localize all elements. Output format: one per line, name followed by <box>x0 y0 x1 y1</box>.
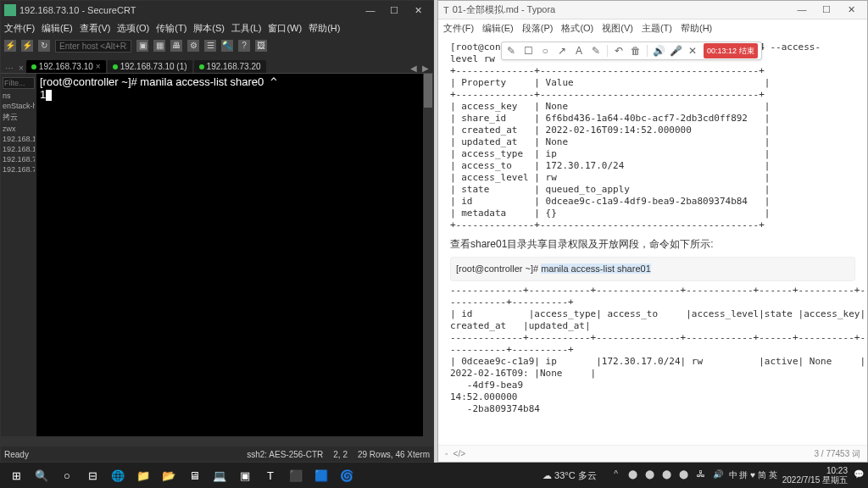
tb-icon-5[interactable]: ☰ <box>204 40 216 52</box>
cortana-button[interactable]: ○ <box>54 464 80 486</box>
menu-window[interactable]: 窗口(W) <box>268 22 302 35</box>
sidebar-item[interactable]: 拷云 <box>3 111 35 124</box>
close-button[interactable]: ✕ <box>840 4 862 15</box>
tab-close-icon[interactable]: × <box>16 64 26 73</box>
circle-icon[interactable]: ○ <box>539 45 551 57</box>
typora-title: 01-全部模拟.md - Typora <box>453 3 555 16</box>
typora-titlebar[interactable]: T 01-全部模拟.md - Typora — ☐ ✕ <box>438 1 867 19</box>
status-dot-icon <box>199 64 204 69</box>
taskbar-securecrt[interactable]: ▣ <box>232 464 258 486</box>
speaker-icon[interactable]: 🔊 <box>653 45 665 57</box>
sidebar-item[interactable]: zwx <box>3 124 35 134</box>
menu-edit[interactable]: 编辑(E) <box>42 22 73 35</box>
sidebar-item[interactable]: 192.168.7 <box>3 154 35 164</box>
terminal-area[interactable]: [root@controller ~]# manila access-list … <box>36 74 433 436</box>
menu-tools[interactable]: 工具(L) <box>231 22 261 35</box>
arrow-icon[interactable]: ↗ <box>556 45 568 57</box>
reconnect-icon[interactable]: ↻ <box>38 40 50 52</box>
sidebar-item[interactable]: ns <box>3 91 35 101</box>
taskbar-app[interactable]: 🟦 <box>309 464 334 486</box>
recording-badge[interactable]: 00:13:12 结束 <box>704 43 758 58</box>
maximize-button[interactable]: ☐ <box>815 4 837 15</box>
tray-icon[interactable]: ⬤ <box>678 469 690 481</box>
minimize-button[interactable]: — <box>359 2 382 19</box>
taskbar-app[interactable]: 💻 <box>207 464 232 486</box>
tb-icon-8[interactable]: 🖼 <box>255 40 267 52</box>
tb-icon-6[interactable]: 🔦 <box>221 40 233 52</box>
typora-content[interactable]: ✎ ☐ ○ ↗ A ✎ ↶ 🗑 🔊 🎤 ✕ 00:13:12 结束 [root@… <box>438 36 867 445</box>
minimize-button[interactable]: — <box>791 4 813 14</box>
menu-edit[interactable]: 编辑(E) <box>482 22 514 35</box>
undo-icon[interactable]: ↶ <box>613 45 625 57</box>
square-icon[interactable]: ☐ <box>522 45 534 57</box>
sidebar-item[interactable]: 192.168.10 <box>3 144 35 154</box>
tray-icon[interactable]: ⬤ <box>644 469 656 481</box>
menu-help[interactable]: 帮助(H) <box>681 22 712 35</box>
menu-view[interactable]: 视图(V) <box>602 22 633 35</box>
terminal-scrollbar[interactable] <box>423 74 433 436</box>
tray-up-icon[interactable]: ^ <box>610 469 622 481</box>
menu-help[interactable]: 帮助(H) <box>309 22 340 35</box>
tab-session-0[interactable]: 192.168.73.10× <box>26 60 106 73</box>
tray-icon[interactable]: ⬤ <box>661 469 673 481</box>
close-icon[interactable]: ✕ <box>687 45 698 57</box>
taskbar-chrome[interactable]: 🌐 <box>105 464 131 486</box>
taskbar-app[interactable]: 📁 <box>131 464 156 486</box>
clock[interactable]: 10:23 2022/7/15 星期五 <box>782 466 848 485</box>
menu-options[interactable]: 选项(O) <box>117 22 149 35</box>
tb-icon-2[interactable]: ▦ <box>153 40 165 52</box>
tab-dots[interactable]: ⋯ <box>3 64 16 73</box>
ime-indicator[interactable]: 中 拼 ♥ 简 英 <box>729 469 777 481</box>
tray-network-icon[interactable]: 🖧 <box>695 469 707 481</box>
tab-session-1[interactable]: 192.168.73.10 (1) <box>108 60 192 73</box>
taskbar-app[interactable]: ⬛ <box>283 464 309 486</box>
menu-theme[interactable]: 主题(T) <box>642 22 672 35</box>
start-button[interactable]: ⊞ <box>3 464 29 486</box>
taskbar-explorer[interactable]: 📂 <box>156 464 181 486</box>
delete-icon[interactable]: 🗑 <box>630 45 642 57</box>
connect-icon[interactable]: ⚡ <box>4 40 16 52</box>
tb-icon-7[interactable]: ? <box>238 40 250 52</box>
tb-icon-3[interactable]: 🖶 <box>170 40 182 52</box>
tb-icon-4[interactable]: ⚙ <box>187 40 199 52</box>
menu-format[interactable]: 格式(O) <box>561 22 593 35</box>
sidebar-item[interactable]: 192.168.7 <box>3 164 35 175</box>
taskbar-app[interactable]: 🖥 <box>181 464 207 486</box>
menu-file[interactable]: 文件(F) <box>443 22 474 35</box>
h-scrollbar[interactable] <box>1 436 433 446</box>
tray-icon[interactable]: ⬤ <box>627 469 639 481</box>
taskview-button[interactable]: ⊟ <box>80 464 105 486</box>
tab-label: 192.168.73.10 <box>39 62 93 71</box>
tab-nav-right-icon[interactable]: ▶ <box>420 64 431 73</box>
maximize-button[interactable]: ☐ <box>382 2 406 19</box>
sidebar-item[interactable]: 192.168.10 <box>3 134 35 144</box>
menu-script[interactable]: 脚本(S) <box>193 22 225 35</box>
menu-transfer[interactable]: 传输(T) <box>156 22 186 35</box>
sidebar-item[interactable]: enStack-h <box>3 101 35 111</box>
quick-connect-icon[interactable]: ⚡ <box>21 40 33 52</box>
text-icon[interactable]: A <box>573 45 585 57</box>
tab-nav-left-icon[interactable]: ◀ <box>408 64 420 73</box>
host-input[interactable] <box>55 40 131 53</box>
securecrt-titlebar[interactable]: 192.168.73.10 - SecureCRT — ☐ ✕ <box>1 1 433 19</box>
taskbar-typora[interactable]: T <box>258 464 283 486</box>
mic-icon[interactable]: 🎤 <box>670 45 682 57</box>
source-icon[interactable]: </> <box>453 449 465 458</box>
word-count[interactable]: 3 / 77453 词 <box>815 448 860 460</box>
menu-view[interactable]: 查看(V) <box>80 22 111 35</box>
pencil-icon[interactable]: ✎ <box>505 45 517 57</box>
filter-input[interactable] <box>3 77 35 89</box>
outline-icon[interactable]: ◦ <box>445 449 448 458</box>
menu-paragraph[interactable]: 段落(P) <box>522 22 554 35</box>
menu-file[interactable]: 文件(F) <box>4 22 35 35</box>
notification-icon[interactable]: 💬 <box>853 469 865 481</box>
taskbar-edge[interactable]: 🌀 <box>334 464 359 486</box>
search-button[interactable]: 🔍 <box>29 464 54 486</box>
tab-session-2[interactable]: 192.168.73.20 <box>194 60 266 73</box>
highlight-icon[interactable]: ✎ <box>590 45 602 57</box>
tray-volume-icon[interactable]: 🔊 <box>712 469 724 481</box>
close-button[interactable]: ✕ <box>406 2 430 19</box>
weather-widget[interactable]: ☁ 33°C 多云 <box>542 469 597 482</box>
app-icon <box>4 4 16 16</box>
tb-icon-1[interactable]: ▣ <box>136 40 148 52</box>
